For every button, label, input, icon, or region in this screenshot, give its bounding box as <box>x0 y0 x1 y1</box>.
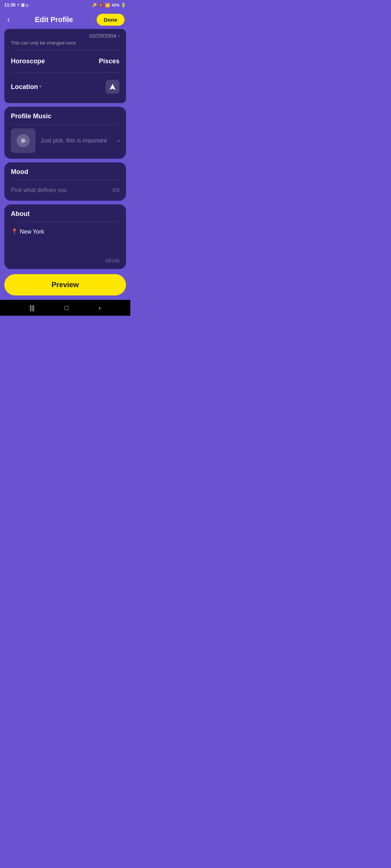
home-nav-button[interactable]: □ <box>65 304 69 312</box>
preview-button[interactable]: Preview <box>4 274 126 295</box>
status-time: 11:35 ⠿ 🖼 ▷ <box>4 3 29 8</box>
horoscope-label: Horoscope <box>11 58 45 65</box>
horoscope-row: Horoscope Pisces <box>11 54 119 69</box>
navigation-icon <box>109 83 116 90</box>
birthday-value: 02/20/2004 <box>89 33 117 39</box>
music-placeholder-text: Just pick, this is important <box>41 137 113 145</box>
about-counter-row: 10/140 <box>11 258 119 263</box>
change-notice-text: This can only be changed once <box>11 40 119 46</box>
mood-placeholder-text: Pick what defines you <box>11 187 67 193</box>
disc-icon <box>17 134 30 147</box>
music-card: Profile Music Just pick, this is importa… <box>4 107 126 159</box>
about-char-counter: 10/140 <box>105 258 119 263</box>
divider-1 <box>11 50 119 50</box>
birthday-row[interactable]: 02/20/2004 › <box>11 33 119 39</box>
status-indicators: 🔑 🔇 📶 42% 🔋 <box>92 3 126 8</box>
mood-card: Mood Pick what defines you 0/5 <box>4 162 126 201</box>
disc-center <box>21 139 25 143</box>
profile-info-card: 02/20/2004 › This can only be changed on… <box>4 29 126 103</box>
menu-nav-button[interactable]: ||| <box>30 304 35 312</box>
location-icon-button[interactable] <box>106 80 119 94</box>
main-content: 02/20/2004 › This can only be changed on… <box>0 29 130 300</box>
divider-music <box>11 124 119 125</box>
back-button[interactable]: ‹ <box>6 13 11 26</box>
horoscope-value: Pisces <box>99 58 119 65</box>
status-bar: 11:35 ⠿ 🖼 ▷ 🔑 🔇 📶 42% 🔋 <box>0 0 130 10</box>
location-required-icon: * <box>39 84 41 90</box>
mood-section-title: Mood <box>11 168 119 176</box>
divider-about <box>11 222 119 222</box>
header: ‹ Edit Profile Done <box>0 10 130 29</box>
mood-picker-row[interactable]: Pick what defines you 0/5 <box>11 184 119 195</box>
music-thumbnail <box>11 128 35 153</box>
back-nav-button[interactable]: ‹ <box>98 304 101 312</box>
location-row[interactable]: Location* <box>11 76 119 97</box>
location-label: Location* <box>11 83 41 91</box>
about-section-title: About <box>11 210 119 218</box>
divider-mood <box>11 180 119 180</box>
bottom-navigation: ||| □ ‹ <box>0 300 130 316</box>
divider-2 <box>11 72 119 73</box>
music-section-title: Profile Music <box>11 112 119 120</box>
about-card: About 📍 New York 10/140 <box>4 204 126 269</box>
page-title: Edit Profile <box>35 16 73 24</box>
music-chevron-icon: › <box>118 137 119 144</box>
birthday-chevron-icon: › <box>118 33 119 38</box>
done-button[interactable]: Done <box>97 14 125 26</box>
about-text-field[interactable]: 📍 New York <box>11 226 119 255</box>
mood-counter: 0/5 <box>113 187 119 193</box>
music-picker-row[interactable]: Just pick, this is important › <box>11 128 119 153</box>
